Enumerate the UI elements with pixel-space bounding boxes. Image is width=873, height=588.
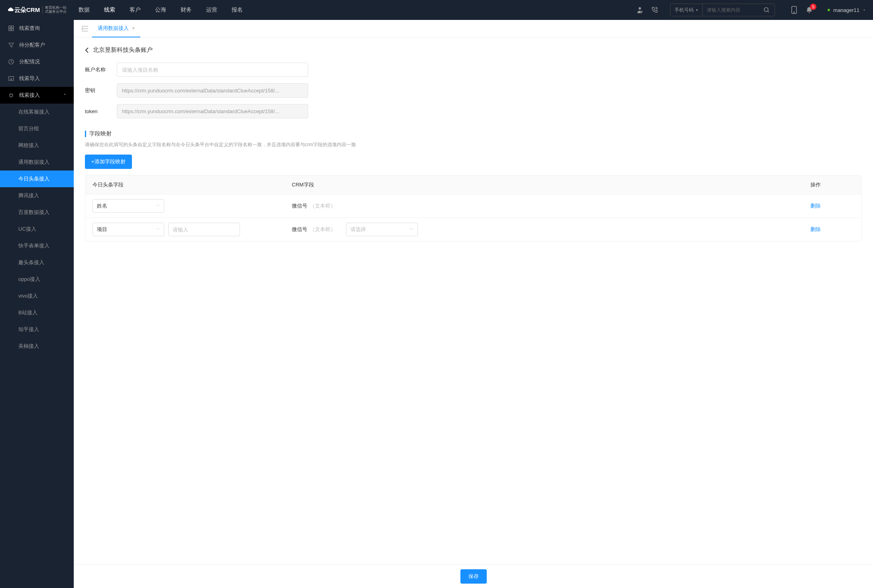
nav-数据[interactable]: 数据 <box>79 6 90 14</box>
sidebar-sub-通用数据接入[interactable]: 通用数据接入 <box>0 154 74 171</box>
tabs: 通用数据接入 × <box>74 20 873 37</box>
sidebar-item-待分配客户[interactable]: 待分配客户 <box>0 37 74 53</box>
add-field-mapping-button[interactable]: +添加字段映射 <box>85 155 132 169</box>
clock-icon <box>8 59 14 65</box>
toutiao-field-select[interactable]: 项目﹀ <box>92 223 164 236</box>
account-label: 账户名称 <box>85 66 117 73</box>
token-label: token <box>85 108 117 114</box>
upload-icon <box>8 75 14 82</box>
svg-rect-7 <box>9 29 11 31</box>
section-title: 字段映射 <box>89 130 112 137</box>
delete-link[interactable]: 删除 <box>810 226 821 232</box>
footer: 保存 <box>74 564 873 588</box>
sidebar-item-线索查询[interactable]: 线索查询 <box>0 20 74 37</box>
nav-运营[interactable]: 运营 <box>206 6 217 14</box>
search-input[interactable] <box>703 7 759 13</box>
sidebar-sub-腾讯接入[interactable]: 腾讯接入 <box>0 187 74 204</box>
table-row: 项目﹀微信号（文本框）请选择﹀删除 <box>85 218 861 241</box>
mapping-table: 今日头条字段 CRM字段 操作 姓名﹀微信号（文本框）删除项目﹀微信号（文本框）… <box>85 175 862 241</box>
key-label: 密钥 <box>85 87 117 94</box>
crm-field-value: 微信号 <box>292 226 307 233</box>
main: 通用数据接入 × 北京昱新科技头条账户 账户名称 密钥 <box>74 20 873 588</box>
grid-icon <box>8 25 14 31</box>
status-dot <box>828 9 830 11</box>
phone-icon[interactable] <box>651 6 659 14</box>
plug-icon <box>8 92 14 98</box>
key-input[interactable] <box>117 83 308 98</box>
svg-point-4 <box>794 12 794 13</box>
user-menu[interactable]: manager11 ▼ <box>828 7 866 13</box>
sidebar-item-线索导入[interactable]: 线索导入 <box>0 70 74 87</box>
section-bar <box>85 131 86 137</box>
crm-field-hint: （文本框） <box>310 202 336 210</box>
sidebar-item-线索接入[interactable]: 线索接入˄ <box>0 87 74 104</box>
sidebar-sub-UC接入[interactable]: UC接入 <box>0 221 74 237</box>
crm-field-select[interactable]: 请选择﹀ <box>346 223 418 236</box>
breadcrumb: 北京昱新科技头条账户 <box>85 46 862 54</box>
sidebar-sub-美柚接入[interactable]: 美柚接入 <box>0 338 74 355</box>
chevron-up-icon: ˄ <box>64 93 66 98</box>
tab-general-data[interactable]: 通用数据接入 × <box>92 20 140 37</box>
logo-mark: 云朵CRM <box>7 6 40 14</box>
sidebar-sub-今日头条接入[interactable]: 今日头条接入 <box>0 171 74 187</box>
sidebar-sub-B站接入[interactable]: B站接入 <box>0 304 74 321</box>
back-icon[interactable] <box>85 47 89 53</box>
logo: 云朵CRM 教育机构一站 式服务云平台 <box>7 6 67 14</box>
nav-客户[interactable]: 客户 <box>130 6 141 14</box>
header: 云朵CRM 教育机构一站 式服务云平台 数据线索客户公海财务运营报名 手机号码 … <box>0 0 873 20</box>
filter-icon <box>8 42 14 48</box>
search-button[interactable] <box>759 7 775 13</box>
page-title: 北京昱新科技头条账户 <box>93 46 153 54</box>
svg-point-0 <box>639 7 641 10</box>
user-icon[interactable] <box>636 6 644 14</box>
close-icon[interactable]: × <box>132 25 135 31</box>
tabs-toggle-icon[interactable] <box>78 26 92 31</box>
top-nav: 数据线索客户公海财务运营报名 <box>79 6 636 14</box>
sidebar: 线索查询待分配客户分配情况线索导入线索接入˄在线客服接入留言分组网校接入通用数据… <box>0 20 74 588</box>
mobile-icon[interactable] <box>790 6 798 14</box>
svg-rect-6 <box>12 26 14 28</box>
search-box: 手机号码 ▼ <box>670 4 775 16</box>
crm-field-value: 微信号 <box>292 202 307 210</box>
notif-badge: 5 <box>810 4 816 10</box>
sidebar-sub-知乎接入[interactable]: 知乎接入 <box>0 321 74 338</box>
sidebar-item-分配情况[interactable]: 分配情况 <box>0 53 74 70</box>
svg-point-2 <box>764 8 768 12</box>
sidebar-sub-百度数据接入[interactable]: 百度数据接入 <box>0 204 74 221</box>
save-button[interactable]: 保存 <box>460 569 487 584</box>
sidebar-sub-oppo接入[interactable]: oppo接入 <box>0 271 74 288</box>
nav-报名[interactable]: 报名 <box>232 6 243 14</box>
token-input[interactable] <box>117 104 308 118</box>
toutiao-field-select[interactable]: 姓名﹀ <box>92 199 164 213</box>
nav-财务[interactable]: 财务 <box>181 6 192 14</box>
th-toutiao-field: 今日头条字段 <box>92 181 292 188</box>
svg-rect-5 <box>9 26 11 28</box>
sidebar-sub-趣头条接入[interactable]: 趣头条接入 <box>0 254 74 271</box>
delete-link[interactable]: 删除 <box>810 203 821 209</box>
th-crm-field: CRM字段 <box>292 181 810 188</box>
sidebar-sub-网校接入[interactable]: 网校接入 <box>0 137 74 154</box>
sidebar-sub-留言分组[interactable]: 留言分组 <box>0 120 74 137</box>
section-desc: 请确保您在此填写的头条自定义字段名称与在今日头条平台中自定义的字段名称一致，并且… <box>85 141 862 148</box>
sidebar-sub-在线客服接入[interactable]: 在线客服接入 <box>0 104 74 120</box>
account-name-input[interactable] <box>117 63 308 77</box>
search-type-select[interactable]: 手机号码 ▼ <box>670 4 703 16</box>
bell-icon[interactable]: 5 <box>805 6 813 14</box>
table-row: 姓名﹀微信号（文本框）删除 <box>85 194 861 218</box>
th-action: 操作 <box>810 181 854 188</box>
nav-公海[interactable]: 公海 <box>155 6 166 14</box>
field-value-input[interactable] <box>168 223 240 236</box>
nav-线索[interactable]: 线索 <box>104 6 115 14</box>
sidebar-sub-vivo接入[interactable]: vivo接入 <box>0 288 74 304</box>
crm-field-hint: （文本框） <box>310 226 336 233</box>
sidebar-sub-快手表单接入[interactable]: 快手表单接入 <box>0 237 74 254</box>
svg-rect-8 <box>12 29 14 31</box>
